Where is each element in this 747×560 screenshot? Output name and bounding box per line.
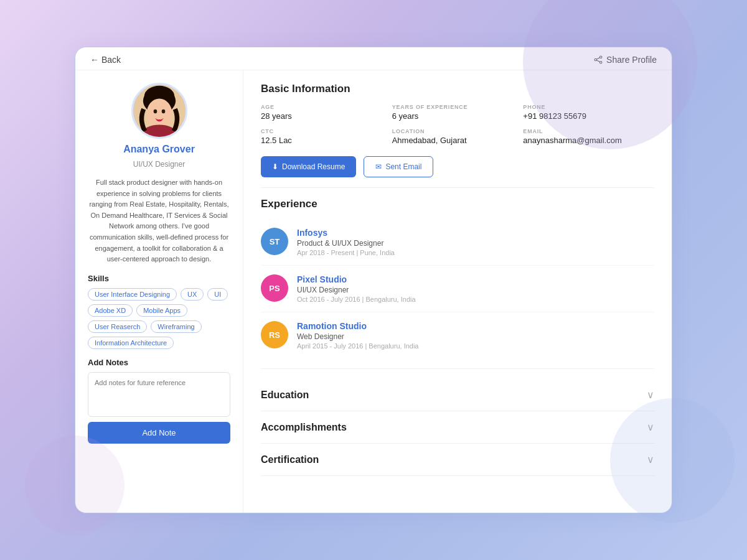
svg-line-4 xyxy=(596,60,599,62)
job-meta: Oct 2016 - July 2016 | Bengaluru, India xyxy=(297,296,416,303)
job-role: UI/UX Designer xyxy=(297,286,416,294)
collapsible-title: Accomplishments xyxy=(261,422,347,433)
svg-point-1 xyxy=(594,58,597,61)
svg-line-3 xyxy=(596,58,599,60)
download-resume-button[interactable]: ⬇ Download Resume xyxy=(261,156,356,177)
experience-list: ST Infosys Product & UI/UX Designer Apr … xyxy=(261,219,654,358)
info-item: PHONE +91 98123 55679 xyxy=(523,104,654,121)
skill-tag: Information Architecture xyxy=(88,337,174,349)
experience-item: ST Infosys Product & UI/UX Designer Apr … xyxy=(261,219,654,266)
profile-card: ← Back Share Profile xyxy=(75,47,672,513)
info-item: CTC 12.5 Lac xyxy=(261,128,392,145)
exp-details: Infosys Product & UI/UX Designer Apr 201… xyxy=(297,228,395,256)
exp-details: Ramotion Studio Web Designer April 2015 … xyxy=(297,321,418,350)
svg-point-2 xyxy=(600,61,603,63)
share-profile-button[interactable]: Share Profile xyxy=(594,55,657,65)
company-name: Ramotion Studio xyxy=(297,321,418,331)
svg-point-11 xyxy=(161,110,165,114)
right-panel: Basic Information AGE 28 years YEARS OF … xyxy=(243,70,672,513)
skill-tag: UI xyxy=(207,288,228,301)
skills-label: Skills xyxy=(88,274,230,283)
collapsible-education[interactable]: Education ∨ xyxy=(261,379,654,411)
card-body: Ananya Grover UI/UX Designer Full stack … xyxy=(75,70,672,513)
email-label: Sent Email xyxy=(385,162,421,171)
collapsible-sections: Education ∨ Accomplishments ∨ Certificat… xyxy=(261,379,654,476)
info-value: 6 years xyxy=(392,111,524,121)
send-email-button[interactable]: ✉ Sent Email xyxy=(364,156,433,177)
candidate-title: UI/UX Designer xyxy=(133,160,185,169)
job-meta: Apr 2018 - Present | Pune, India xyxy=(297,249,395,256)
skill-tag: Adobe XD xyxy=(88,304,133,317)
job-role: Product & UI/UX Designer xyxy=(297,239,395,248)
svg-point-0 xyxy=(600,56,603,58)
basic-info-section: Basic Information AGE 28 years YEARS OF … xyxy=(261,83,654,188)
basic-info-grid: AGE 28 years YEARS OF EXPERIENCE 6 years… xyxy=(261,104,654,145)
exp-details: Pixel Studio UI/UX Designer Oct 2016 - J… xyxy=(297,274,416,303)
experience-item: RS Ramotion Studio Web Designer April 20… xyxy=(261,312,654,358)
experience-section: Experience ST Infosys Product & UI/UX De… xyxy=(261,198,654,369)
info-item: LOCATION Ahmedabad, Gujarat xyxy=(392,128,524,145)
info-item: YEARS OF EXPERIENCE 6 years xyxy=(392,104,524,121)
svg-point-10 xyxy=(153,110,157,114)
notes-section: Add Notes Add Note xyxy=(88,358,230,444)
notes-textarea[interactable] xyxy=(88,372,230,417)
chevron-down-icon: ∨ xyxy=(647,389,654,401)
experience-title: Experience xyxy=(261,198,654,210)
job-role: Web Designer xyxy=(297,332,418,341)
company-name: Infosys xyxy=(297,228,395,238)
info-label: YEARS OF EXPERIENCE xyxy=(392,104,524,110)
info-label: PHONE xyxy=(523,104,654,110)
email-icon: ✉ xyxy=(375,162,382,171)
info-value: +91 98123 55679 xyxy=(523,111,654,121)
skill-tag: User Reaserch xyxy=(88,320,147,333)
info-value: 28 years xyxy=(261,111,392,121)
collapsible-title: Certification xyxy=(261,454,319,465)
company-logo: RS xyxy=(261,321,288,348)
skill-tag: User Interface Designing xyxy=(88,288,177,301)
basic-info-title: Basic Information xyxy=(261,83,654,95)
avatar xyxy=(131,83,187,139)
info-value: 12.5 Lac xyxy=(261,136,392,145)
avatar-image xyxy=(133,83,186,139)
svg-point-8 xyxy=(146,98,172,129)
info-value: Ahmedabad, Gujarat xyxy=(392,136,524,145)
company-logo: ST xyxy=(261,228,288,255)
notes-label: Add Notes xyxy=(88,358,230,367)
avatar-area: Ananya Grover UI/UX Designer xyxy=(88,83,230,169)
info-value: anaynasharma@gmail.com xyxy=(523,136,654,145)
info-label: EMAIL xyxy=(523,128,654,134)
share-icon xyxy=(594,55,603,64)
download-icon: ⬇ xyxy=(272,162,278,171)
add-note-button[interactable]: Add Note xyxy=(88,422,230,444)
chevron-down-icon: ∨ xyxy=(647,421,654,433)
company-logo: PS xyxy=(261,274,288,302)
skill-tag: UX xyxy=(181,288,204,301)
company-name: Pixel Studio xyxy=(297,274,416,284)
chevron-down-icon: ∨ xyxy=(647,454,654,465)
download-label: Download Resume xyxy=(282,162,345,171)
action-buttons: ⬇ Download Resume ✉ Sent Email xyxy=(261,156,654,177)
back-button[interactable]: ← Back xyxy=(90,55,121,65)
skill-tag: Mobile Apps xyxy=(136,304,187,317)
info-item: EMAIL anaynasharma@gmail.com xyxy=(523,128,654,145)
left-panel: Ananya Grover UI/UX Designer Full stack … xyxy=(75,70,243,513)
share-label: Share Profile xyxy=(606,55,657,65)
skills-section: Skills User Interface DesigningUXUIAdobe… xyxy=(88,274,230,349)
job-meta: April 2015 - July 2016 | Bengaluru, Indi… xyxy=(297,342,418,350)
experience-item: PS Pixel Studio UI/UX Designer Oct 2016 … xyxy=(261,266,654,312)
skills-tags: User Interface DesigningUXUIAdobe XDMobi… xyxy=(88,288,230,349)
candidate-name: Ananya Grover xyxy=(123,144,195,155)
info-label: CTC xyxy=(261,128,392,134)
collapsible-certification[interactable]: Certification ∨ xyxy=(261,444,654,476)
collapsible-accomplishments[interactable]: Accomplishments ∨ xyxy=(261,411,654,444)
candidate-bio: Full stack product designer with hands-o… xyxy=(88,177,230,265)
card-header: ← Back Share Profile xyxy=(75,47,672,70)
info-label: LOCATION xyxy=(392,128,524,134)
info-item: AGE 28 years xyxy=(261,104,392,121)
collapsible-title: Education xyxy=(261,390,309,401)
skill-tag: Wireframing xyxy=(151,320,201,333)
info-label: AGE xyxy=(261,104,392,110)
